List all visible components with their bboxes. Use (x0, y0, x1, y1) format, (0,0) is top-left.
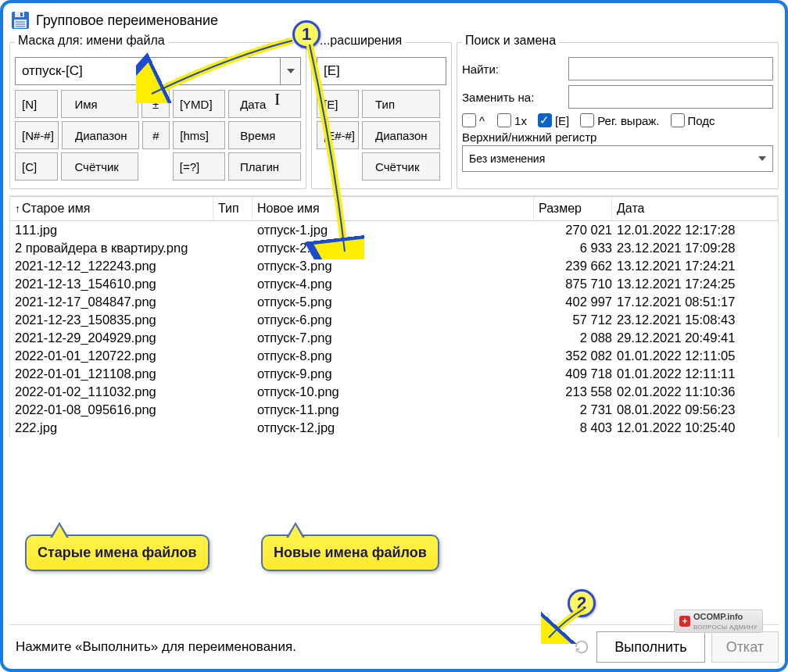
btn-hms-tag[interactable]: [hms] (173, 121, 225, 149)
find-input[interactable] (568, 57, 773, 80)
cell-new: отпуск-8.png (257, 349, 539, 363)
mask-dropdown-button[interactable] (281, 57, 301, 85)
cell-old: 2021-12-29_204929.png (15, 331, 218, 345)
cell-size: 6 933 (539, 241, 617, 256)
btn-eq-tag[interactable]: [=?] (173, 152, 225, 181)
rollback-button[interactable]: Откат (711, 631, 779, 663)
cell-date: 13.12.2021 17:24:21 (617, 259, 773, 273)
table-row[interactable]: 2021-12-13_154610.pngотпуск-4.png875 710… (10, 275, 778, 293)
btn-name[interactable]: Имя (61, 90, 138, 118)
footer: Нажмите «Выполнить» для переименования. … (9, 624, 779, 663)
btn-ymd-tag[interactable]: [YMD] (173, 90, 225, 118)
chevron-down-icon (758, 156, 766, 161)
cell-type (218, 295, 257, 309)
annotation-badge-2: 2 (568, 589, 596, 617)
cell-type (218, 366, 257, 381)
chk-sub[interactable] (671, 113, 685, 127)
btn-plugin[interactable]: Плагин (228, 152, 301, 181)
cell-size: 213 558 (539, 384, 617, 399)
svg-rect-1 (15, 12, 24, 17)
reload-icon[interactable] (573, 638, 590, 656)
btn-hash[interactable]: # (142, 121, 170, 149)
table-row[interactable]: 2022-01-01_120722.pngотпуск-8.png352 082… (10, 347, 778, 365)
btn-type[interactable]: Тип (362, 90, 440, 118)
cell-old: 2021-12-13_154610.png (15, 277, 218, 291)
cell-date: 23.12.2021 17:09:28 (617, 241, 773, 256)
table-row[interactable]: 2021-12-29_204929.pngотпуск-7.png2 088 2… (10, 329, 778, 347)
cell-old: 2021-12-17_084847.png (15, 295, 218, 309)
file-table: Старое имя Тип Новое имя Размер Дата 111… (9, 195, 779, 437)
annotation-badge-1: 1 (292, 20, 321, 48)
cell-new: отпуск-6.png (257, 313, 539, 327)
btn-counter[interactable]: Счётчик (61, 152, 138, 181)
find-label: Найти: (462, 63, 564, 76)
col-date[interactable]: Дата (612, 197, 778, 220)
cell-size: 875 710 (539, 277, 617, 291)
cell-date: 08.01.2022 09:56:23 (617, 402, 773, 417)
cell-size: 57 712 (539, 313, 617, 327)
chk-e[interactable]: ✓ (538, 113, 552, 127)
btn-range[interactable]: Диапазон (62, 121, 139, 149)
window-title: Групповое переименование (36, 13, 218, 29)
btn-erange-tag[interactable]: [E#-#] (317, 121, 359, 149)
table-row[interactable]: 222.jpgотпуск-12.jpg8 403 12.01.2022 10:… (10, 419, 778, 437)
table-row[interactable]: 2021-12-12_122243.pngотпуск-3.png239 662… (10, 257, 778, 275)
ext-input[interactable] (317, 57, 446, 85)
cell-old: 2 провайдера в квартиру.png (15, 241, 218, 256)
cell-type (218, 349, 257, 363)
table-header: Старое имя Тип Новое имя Размер Дата (10, 196, 778, 221)
btn-ext-counter[interactable]: Счётчик (362, 152, 440, 181)
annotation-bubble-old: Старые имена файлов (25, 534, 210, 571)
execute-button[interactable]: Выполнить (596, 631, 704, 663)
btn-c-tag[interactable]: [C] (15, 152, 58, 181)
cell-type (218, 277, 257, 291)
col-old-name[interactable]: Старое имя (10, 197, 213, 220)
floppy-icon (11, 11, 30, 30)
cell-new: отпуск-1.jpg (257, 223, 539, 238)
col-size[interactable]: Размер (534, 197, 612, 220)
table-row[interactable]: 2021-12-17_084847.pngотпуск-5.png402 997… (10, 293, 778, 311)
btn-e-tag[interactable]: [E] (317, 90, 359, 118)
table-row[interactable]: 2 провайдера в квартиру.pngотпуск-2.png6… (10, 239, 778, 257)
cell-size: 402 997 (539, 295, 617, 309)
cell-size: 270 021 (539, 223, 617, 238)
plus-icon: + (679, 616, 690, 627)
case-select[interactable]: Без изменения (462, 145, 773, 172)
cell-size: 239 662 (539, 259, 617, 273)
btn-date[interactable]: Дата (228, 90, 301, 118)
cell-size: 352 082 (539, 349, 617, 363)
cell-size: 409 718 (539, 366, 617, 381)
cell-date: 17.12.2021 08:51:17 (617, 295, 773, 309)
cell-new: отпуск-3.png (257, 259, 539, 273)
btn-plusminus[interactable]: ± (141, 90, 170, 118)
btn-n-tag[interactable]: [N] (15, 90, 58, 118)
col-type[interactable]: Тип (213, 197, 253, 220)
case-value: Без изменения (469, 152, 545, 165)
watermark: + OCOMP.info ВОПРОСЫ АДМИНУ (674, 609, 763, 633)
chk-caret[interactable] (462, 113, 476, 127)
table-row[interactable]: 2022-01-01_121108.pngотпуск-9.png409 718… (10, 365, 778, 383)
table-row[interactable]: 2022-01-02_111032.pngотпуск-10.png213 55… (10, 383, 778, 401)
btn-time[interactable]: Время (228, 121, 301, 149)
chk-regex[interactable] (580, 113, 594, 127)
cell-type (218, 420, 257, 435)
col-new-name[interactable]: Новое имя (253, 197, 534, 220)
svg-rect-2 (20, 13, 23, 16)
sr-legend: Поиск и замена (462, 34, 559, 48)
chk-once[interactable] (497, 113, 511, 127)
cell-new: отпуск-12.jpg (257, 420, 539, 435)
cell-type (218, 241, 257, 256)
btn-ext-range[interactable]: Диапазон (362, 121, 440, 149)
table-row[interactable]: 111.jpgотпуск-1.jpg270 021 12.01.2022 12… (10, 221, 778, 239)
cell-old: 2021-12-12_122243.png (15, 259, 218, 273)
table-row[interactable]: 2021-12-23_150835.pngотпуск-6.png57 712 … (10, 311, 778, 329)
cell-date: 02.01.2022 11:10:36 (617, 384, 773, 399)
cell-date: 01.01.2022 12:11:05 (617, 349, 773, 363)
cell-new: отпуск-11.png (257, 402, 539, 417)
replace-input[interactable] (568, 85, 773, 109)
titlebar: Групповое переименование (9, 8, 779, 34)
mask-input[interactable] (15, 57, 281, 85)
ext-legend: ...расширения (317, 34, 405, 48)
btn-nrange-tag[interactable]: [N#-#] (15, 121, 59, 149)
table-row[interactable]: 2022-01-08_095616.pngотпуск-11.png2 731 … (10, 401, 778, 419)
